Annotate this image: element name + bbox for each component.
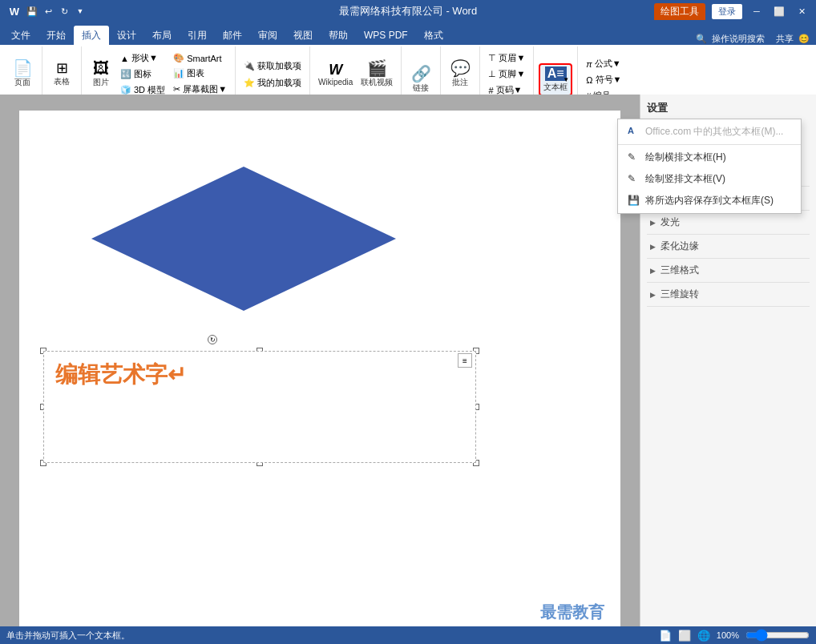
web-view-icon[interactable]: 🌐 bbox=[697, 630, 710, 642]
icons-button[interactable]: 🔣 图标 bbox=[117, 66, 168, 82]
icons-icon: 🔣 bbox=[120, 69, 131, 79]
symbol-button[interactable]: Ω 符号▼ bbox=[583, 72, 624, 87]
restore-button[interactable]: ⬜ bbox=[771, 5, 787, 18]
textbox-border: ≡ 编辑艺术字↵ bbox=[43, 351, 476, 463]
get-addins-button[interactable]: 🔌 获取加载项 bbox=[240, 58, 305, 74]
minimize-button[interactable]: ─ bbox=[749, 5, 765, 18]
panel-section-3d-rotation[interactable]: ▶ 三维旋转 bbox=[647, 283, 810, 307]
tab-insert[interactable]: 插入 bbox=[74, 26, 109, 45]
table-button[interactable]: ⊞ 表格 bbox=[47, 59, 76, 89]
page-number-icon: # bbox=[488, 86, 493, 95]
customize-icon[interactable]: ▼ bbox=[74, 5, 87, 18]
save-icon[interactable]: 💾 bbox=[26, 5, 38, 18]
get-addins-icon: 🔌 bbox=[244, 61, 255, 71]
media-items: W Wikipedia 🎬 联机视频 bbox=[315, 48, 396, 100]
dropdown-divider bbox=[618, 144, 801, 145]
3d-rotation-label: 三维旋转 bbox=[660, 288, 699, 301]
3d-rotation-chevron-icon: ▶ bbox=[650, 291, 656, 299]
soft-edges-label: 柔化边缘 bbox=[660, 239, 699, 253]
dropdown-item-officebox[interactable]: A Office.com 中的其他文本框(M)... bbox=[618, 121, 801, 143]
undo-icon[interactable]: ↩ bbox=[42, 5, 55, 18]
search-label[interactable]: 操作说明搜索 bbox=[712, 33, 765, 45]
ribbon-tabs: 文件 开始 插入 设计 布局 引用 邮件 审阅 视图 帮助 WPS PDF 格式… bbox=[0, 22, 816, 45]
tab-help[interactable]: 帮助 bbox=[321, 26, 356, 45]
tab-wps[interactable]: WPS PDF bbox=[356, 26, 416, 45]
dropdown-item-vertical[interactable]: ✎ 绘制竖排文本框(V) bbox=[618, 168, 801, 190]
header-icon: ⊤ bbox=[488, 53, 496, 63]
soft-edges-chevron-icon: ▶ bbox=[650, 243, 656, 251]
textbox-settings-icon[interactable]: ≡ bbox=[458, 353, 472, 368]
redo-icon[interactable]: ↻ bbox=[58, 5, 71, 18]
document-page: ↻ ≡ 编辑艺术字↵ 最需教育 bbox=[19, 111, 620, 626]
wikipedia-button[interactable]: W Wikipedia bbox=[315, 61, 356, 88]
panel-section-3d-format[interactable]: ▶ 三维格式 bbox=[647, 259, 810, 283]
title-bar: W 💾 ↩ ↻ ▼ 最需网络科技有限公司 - Word 绘图工具 登录 ─ ⬜ … bbox=[0, 0, 816, 22]
tab-references[interactable]: 引用 bbox=[180, 26, 215, 45]
brand-watermark: 最需教育 bbox=[540, 602, 604, 623]
panel-title: 设置 bbox=[647, 101, 810, 115]
link-button[interactable]: 🔗 链接 bbox=[406, 64, 435, 95]
header-footer-items: ⊤ 页眉▼ ⊥ 页脚▼ # 页码▼ bbox=[485, 48, 528, 100]
dropdown-item-horizontal[interactable]: ✎ 绘制横排文本框(H) bbox=[618, 147, 801, 168]
picture-button[interactable]: 🖼 图片 bbox=[87, 58, 115, 90]
close-button[interactable]: ✕ bbox=[794, 5, 810, 18]
wikipedia-icon: W bbox=[329, 62, 342, 77]
rotate-handle[interactable]: ↻ bbox=[208, 335, 217, 344]
addins-items: 🔌 获取加载项 ⭐ 我的加载项 bbox=[240, 48, 305, 100]
formula-button[interactable]: π 公式▼ bbox=[583, 56, 624, 71]
document-area: ↻ ≡ 编辑艺术字↵ 最需教育 bbox=[0, 95, 640, 626]
login-button[interactable]: 登录 bbox=[712, 4, 742, 19]
panel-section-soft-edges[interactable]: ▶ 柔化边缘 bbox=[647, 235, 810, 259]
title-bar-left: W 💾 ↩ ↻ ▼ bbox=[6, 5, 87, 18]
tab-review[interactable]: 审阅 bbox=[250, 26, 285, 45]
footer-button[interactable]: ⊥ 页脚▼ bbox=[485, 66, 528, 82]
tab-view[interactable]: 视图 bbox=[285, 26, 321, 45]
comments-items: 💬 批注 bbox=[446, 48, 475, 100]
tab-layout[interactable]: 布局 bbox=[144, 26, 180, 45]
zoom-slider[interactable] bbox=[745, 630, 810, 641]
horizontal-textbox-icon: ✎ bbox=[628, 151, 640, 164]
glow-label: 发光 bbox=[660, 215, 680, 229]
drawing-tools-label: 绘图工具 bbox=[654, 3, 705, 20]
pages-items: 📄 页面 bbox=[8, 48, 37, 100]
online-video-button[interactable]: 🎬 联机视频 bbox=[358, 58, 396, 90]
smartart-icon: 🎨 bbox=[173, 53, 184, 63]
chart-button[interactable]: 📊 图表 bbox=[170, 66, 230, 81]
my-addins-button[interactable]: ⭐ 我的加载项 bbox=[240, 75, 305, 91]
page-button[interactable]: 📄 页面 bbox=[8, 58, 37, 90]
share-label[interactable]: 共享 bbox=[776, 33, 794, 45]
emoji-icon: 😊 bbox=[798, 34, 810, 44]
glow-chevron-icon: ▶ bbox=[650, 219, 656, 227]
shapes-icon: ▲ bbox=[120, 54, 129, 63]
tab-design[interactable]: 设计 bbox=[109, 26, 144, 45]
link-icon: 🔗 bbox=[411, 66, 431, 82]
page-icon: 📄 bbox=[13, 60, 33, 76]
textbox-dropdown-arrow: ▼ bbox=[563, 76, 569, 83]
dropdown-item-save[interactable]: 💾 将所选内容保存到文本框库(S) bbox=[618, 190, 801, 211]
svg-marker-0 bbox=[91, 167, 396, 311]
comment-button[interactable]: 💬 批注 bbox=[446, 58, 475, 90]
tab-file[interactable]: 文件 bbox=[3, 26, 38, 45]
screenshot-icon: ✂ bbox=[173, 84, 180, 95]
page-view-icon[interactable]: 📄 bbox=[659, 630, 672, 642]
symbol-icon: Ω bbox=[586, 75, 592, 85]
smartart-button[interactable]: 🎨 SmartArt bbox=[170, 51, 230, 65]
title-bar-right: 绘图工具 登录 ─ ⬜ ✕ bbox=[654, 3, 810, 20]
tab-home[interactable]: 开始 bbox=[38, 26, 74, 45]
header-button[interactable]: ⊤ 页眉▼ bbox=[485, 50, 528, 66]
shapes-button[interactable]: ▲ 形状▼ bbox=[117, 50, 168, 66]
panel-section-glow[interactable]: ▶ 发光 bbox=[647, 211, 810, 235]
print-view-icon[interactable]: ⬜ bbox=[678, 630, 691, 642]
textbox-artword-text[interactable]: 编辑艺术字↵ bbox=[44, 352, 475, 398]
chart-icon: 📊 bbox=[173, 68, 184, 78]
vertical-textbox-icon: ✎ bbox=[628, 173, 640, 186]
save-textbox-icon: 💾 bbox=[628, 195, 640, 207]
tab-format[interactable]: 格式 bbox=[416, 26, 451, 45]
officebox-icon: A bbox=[628, 126, 640, 139]
picture-icon: 🖼 bbox=[93, 60, 109, 76]
rotate-handle-area: ↻ bbox=[208, 335, 217, 344]
textbox-button[interactable]: A≡ 文本框 ▼ bbox=[539, 63, 572, 96]
textbox-container[interactable]: ≡ 编辑艺术字↵ bbox=[43, 351, 476, 463]
diamond-shape[interactable] bbox=[83, 159, 404, 319]
tab-mail[interactable]: 邮件 bbox=[215, 26, 250, 45]
